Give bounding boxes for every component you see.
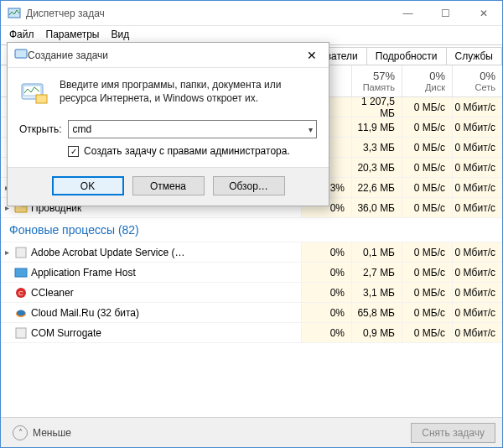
mem-cell: 2,7 МБ [351, 263, 402, 282]
process-icon [14, 306, 28, 320]
dialog-title: Создание задачи [28, 49, 295, 61]
disk-cell: 0 МБ/с [402, 138, 452, 157]
disk-cell: 0 МБ/с [402, 198, 452, 217]
disk-cell: 0 МБ/с [402, 283, 452, 302]
col-memory[interactable]: 57% Память [351, 65, 402, 96]
dialog-text: Введите имя программы, папки, документа … [60, 78, 317, 108]
menu-view[interactable]: Вид [106, 28, 134, 41]
maximize-button[interactable]: ☐ [427, 1, 464, 25]
chevron-down-icon: ▾ [309, 125, 313, 134]
ok-button[interactable]: OK [52, 176, 124, 195]
col-net[interactable]: 0% Сеть [452, 65, 502, 96]
mem-cell: 3,1 МБ [351, 283, 402, 302]
statusbar: ˄ Меньше Снять задачу [1, 417, 502, 447]
table-row[interactable]: ▸Adobe Acrobat Update Service (…0%0,1 МБ… [1, 242, 502, 263]
cpu-cell: 0% [301, 283, 351, 302]
mem-cell: 3,3 МБ [351, 138, 402, 157]
open-value: cmd [72, 123, 309, 135]
net-cell: 0 Мбит/с [452, 323, 502, 342]
svg-rect-9 [15, 49, 27, 58]
process-name: CCleaner [31, 287, 301, 299]
cpu-cell: 0% [301, 263, 351, 282]
svg-text:C: C [18, 289, 23, 297]
svg-rect-3 [15, 268, 27, 277]
disk-pct: 0% [429, 70, 445, 82]
disk-cell: 0 МБ/с [402, 97, 452, 117]
memory-pct: 57% [373, 70, 395, 82]
tab-services[interactable]: Службы [446, 47, 502, 65]
checkbox-checked-icon: ✓ [68, 146, 79, 157]
dialog-body: Введите имя программы, папки, документа … [8, 68, 329, 167]
net-cell: 0 Мбит/с [452, 117, 502, 137]
mem-cell: 36,0 МБ [351, 198, 402, 217]
mem-cell: 1 207,5 МБ [351, 97, 402, 117]
net-cell: 0 Мбит/с [452, 158, 502, 177]
mem-cell: 22,6 МБ [351, 178, 402, 197]
net-cell: 0 Мбит/с [452, 97, 502, 117]
svg-rect-8 [16, 328, 26, 338]
run-icon [19, 78, 49, 108]
chevron-up-icon: ˄ [13, 425, 28, 440]
admin-checkbox-label: Создать задачу с правами администратора. [84, 145, 290, 157]
cancel-button[interactable]: Отмена [132, 176, 205, 195]
bg-processes-header[interactable]: Фоновые процессы (82) [1, 218, 502, 242]
process-icon: C [14, 286, 28, 300]
fewer-details-label: Меньше [33, 427, 71, 439]
app-icon [8, 7, 21, 20]
table-row[interactable]: COM Surrogate0%0,9 МБ0 МБ/с0 Мбит/с [1, 323, 502, 343]
fewer-details-button[interactable]: ˄ Меньше [8, 424, 76, 442]
svg-point-7 [17, 310, 25, 315]
run-dialog: Создание задачи ✕ Введите имя программы,… [7, 42, 329, 206]
browse-button[interactable]: Обзор… [213, 176, 285, 195]
net-cell: 0 Мбит/с [452, 242, 502, 262]
cpu-cell: 0% [301, 323, 351, 342]
process-name: Cloud Mail.Ru (32 бита) [31, 307, 301, 319]
net-cell: 0 Мбит/с [452, 198, 502, 217]
net-cell: 0 Мбит/с [452, 178, 502, 197]
window-title: Диспетчер задач [26, 8, 389, 19]
col-disk[interactable]: 0% Диск [402, 65, 452, 96]
mem-cell: 65,8 МБ [351, 303, 402, 322]
tab-details[interactable]: Подробности [366, 47, 447, 65]
table-row[interactable]: CCCleaner0%3,1 МБ0 МБ/с0 Мбит/с [1, 283, 502, 303]
table-row[interactable]: Application Frame Host0%2,7 МБ0 МБ/с0 Мб… [1, 263, 502, 283]
close-button[interactable]: ✕ [464, 1, 502, 25]
titlebar: Диспетчер задач — ☐ ✕ [1, 1, 502, 26]
menubar: Файл Параметры Вид [1, 26, 502, 43]
open-combobox[interactable]: cmd ▾ [68, 120, 317, 138]
end-task-button[interactable]: Снять задачу [411, 423, 495, 443]
disk-cell: 0 МБ/с [402, 117, 452, 137]
run-dialog-icon [14, 47, 28, 63]
mem-cell: 20,3 МБ [351, 158, 402, 177]
dialog-close-button[interactable]: ✕ [295, 43, 329, 67]
dialog-titlebar: Создание задачи ✕ [8, 43, 329, 68]
disk-cell: 0 МБ/с [402, 323, 452, 342]
disk-cell: 0 МБ/с [402, 178, 452, 197]
minimize-button[interactable]: — [389, 1, 427, 25]
process-name: Application Frame Host [31, 267, 301, 279]
menu-options[interactable]: Параметры [41, 28, 105, 41]
cpu-cell: 0% [301, 303, 351, 322]
process-name: COM Surrogate [31, 327, 301, 339]
expander-icon[interactable]: ▸ [1, 247, 13, 257]
table-row[interactable]: Cloud Mail.Ru (32 бита)0%65,8 МБ0 МБ/с0 … [1, 303, 502, 323]
open-label: Открыть: [19, 123, 61, 135]
admin-checkbox[interactable]: ✓ Создать задачу с правами администратор… [68, 145, 317, 157]
mem-cell: 0,9 МБ [351, 323, 402, 342]
mem-cell: 0,1 МБ [351, 242, 402, 262]
net-cell: 0 Мбит/с [452, 283, 502, 302]
disk-label: Диск [425, 82, 445, 92]
svg-rect-12 [36, 95, 47, 103]
net-cell: 0 Мбит/с [452, 138, 502, 157]
menu-file[interactable]: Файл [4, 28, 39, 41]
net-pct: 0% [480, 70, 495, 82]
disk-cell: 0 МБ/с [402, 158, 452, 177]
net-cell: 0 Мбит/с [452, 263, 502, 282]
process-icon [14, 326, 28, 340]
mem-cell: 11,9 МБ [351, 117, 402, 137]
process-icon [14, 266, 28, 279]
svg-rect-0 [8, 8, 20, 18]
disk-cell: 0 МБ/с [402, 303, 452, 322]
net-label: Сеть [475, 82, 495, 92]
svg-rect-2 [16, 247, 26, 258]
